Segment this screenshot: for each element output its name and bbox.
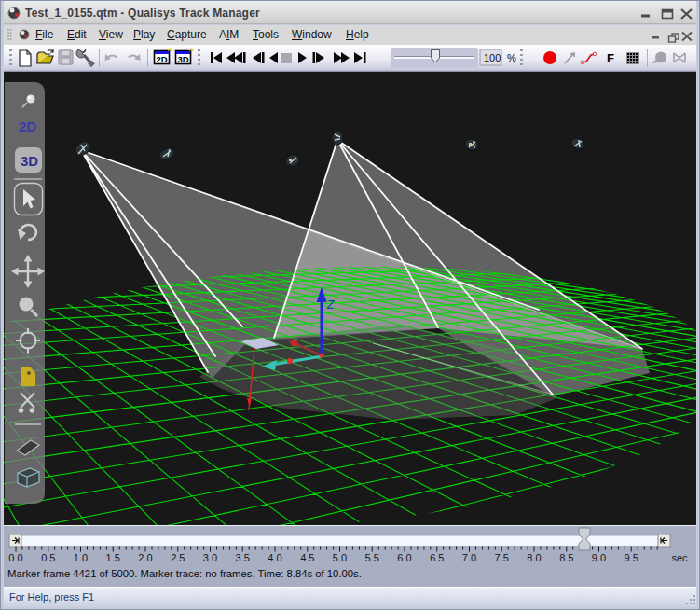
svg-text:0.0: 0.0 (8, 552, 22, 563)
svg-text:2.0: 2.0 (138, 552, 152, 563)
svg-text:0.5: 0.5 (41, 552, 55, 563)
svg-text:1.5: 1.5 (106, 552, 120, 563)
svg-text:4.0: 4.0 (268, 552, 281, 563)
svg-text:Marker frame 4421 of 5000. Mar: Marker frame 4421 of 5000. Marker trace:… (7, 568, 362, 579)
svg-text:2.5: 2.5 (171, 552, 185, 563)
svg-text:2D: 2D (19, 118, 36, 134)
svg-text:3.0: 3.0 (203, 552, 217, 563)
svg-text:3.5: 3.5 (236, 552, 250, 563)
svg-text:Z: Z (326, 298, 335, 312)
svg-text:9.5: 9.5 (625, 552, 638, 563)
svg-text:%: % (507, 52, 516, 63)
svg-text:sec: sec (671, 552, 688, 563)
svg-text:1.0: 1.0 (74, 552, 88, 563)
svg-text:5.0: 5.0 (333, 552, 347, 563)
svg-text:7.0: 7.0 (462, 552, 476, 563)
svg-text:6.5: 6.5 (430, 552, 444, 563)
svg-text:3D: 3D (178, 54, 189, 64)
svg-text:6.0: 6.0 (397, 552, 411, 563)
svg-text:3D: 3D (21, 153, 38, 169)
svg-text:7.5: 7.5 (495, 552, 509, 563)
svg-text:8.5: 8.5 (559, 552, 573, 563)
svg-text:2D: 2D (157, 54, 168, 64)
svg-text:4.5: 4.5 (300, 552, 314, 563)
svg-text:F: F (607, 51, 614, 65)
svg-text:100: 100 (484, 52, 501, 63)
svg-text:9.0: 9.0 (592, 552, 606, 563)
svg-text:5.5: 5.5 (365, 552, 379, 563)
svg-text:8.0: 8.0 (527, 552, 541, 563)
